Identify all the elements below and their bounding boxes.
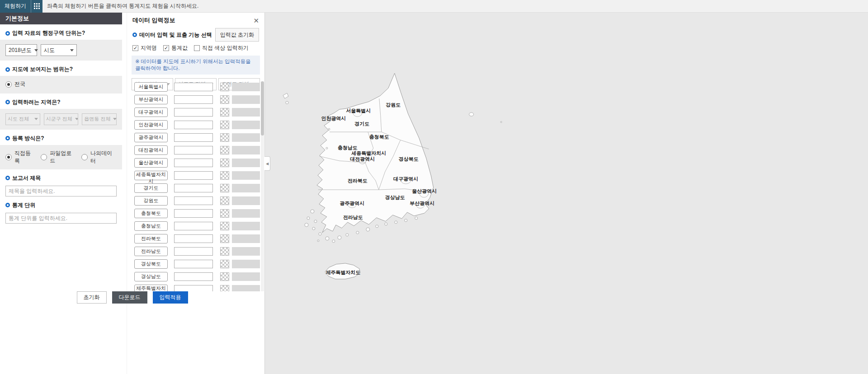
region-name-button[interactable]: 세종특별자치시: [134, 171, 168, 180]
region-row: 제주특별자치도: [127, 285, 260, 291]
region-color-swatch[interactable]: [220, 121, 229, 129]
region-value-input[interactable]: [174, 146, 213, 154]
region-color-swatch[interactable]: [220, 95, 229, 104]
map-area[interactable]: 강원도서울특별시인천광역시경기도충청북도충청남도세종특별자치시대전광역시경상북도…: [264, 13, 868, 374]
dropdown-label: 읍면동 전체: [84, 116, 110, 122]
region-value-input[interactable]: [174, 272, 213, 281]
region-value-input[interactable]: [174, 260, 213, 268]
region-name-button[interactable]: 대전광역시: [134, 145, 168, 155]
region-value-input[interactable]: [174, 196, 213, 205]
region-color-swatch[interactable]: [220, 247, 229, 256]
region-row: 울산광역시: [127, 158, 260, 168]
region-name-button[interactable]: 대구광역시: [134, 108, 168, 117]
region-name-button[interactable]: 제주특별자치도: [134, 285, 168, 291]
island: [317, 240, 319, 242]
region-name-button[interactable]: 경기도: [134, 183, 168, 193]
region-name-button[interactable]: 경상남도: [134, 272, 168, 281]
register-method-radio[interactable]: 파일업로드: [41, 150, 76, 165]
region-color-swatch[interactable]: [220, 171, 229, 180]
region-value-input[interactable]: [174, 95, 213, 104]
register-method-radio[interactable]: 직접등록: [5, 150, 35, 165]
region-value-input[interactable]: [174, 222, 213, 230]
close-icon[interactable]: ✕: [253, 17, 259, 24]
region-value-input[interactable]: [174, 121, 213, 129]
region-value-input[interactable]: [174, 285, 213, 291]
topbar: 체험하기 좌측의 체험하기 버튼을 클릭하여 통계지도 체험을 시작하세요.: [0, 0, 868, 13]
region-color-swatch[interactable]: [220, 234, 229, 243]
target-region-selects: 시도 전체시군구 전체읍면동 전체: [0, 109, 122, 130]
display-option-checkbox[interactable]: ✓지역명: [132, 44, 157, 52]
stat-unit-input[interactable]: [5, 213, 117, 224]
register-method-radio[interactable]: 나의데이터: [81, 150, 117, 165]
dokdo-island: [500, 122, 502, 123]
region-value-input[interactable]: [174, 108, 213, 117]
function-row: 데이터 입력 및 표출 기능 선택 입력값 초기화: [127, 25, 264, 43]
region-value-input[interactable]: [174, 184, 213, 192]
region-value-input[interactable]: [174, 209, 213, 218]
display-option-checkbox[interactable]: ✓통계값: [163, 44, 188, 52]
dropdown-select: 읍면동 전체: [82, 113, 117, 125]
region-value-input[interactable]: [174, 83, 213, 91]
display-option-checkbox[interactable]: 직접 색상 입력하기: [194, 44, 249, 52]
region-value-input[interactable]: [174, 171, 213, 180]
report-title-input[interactable]: [5, 186, 117, 196]
download-button[interactable]: 다운로드: [112, 291, 147, 304]
island: [326, 147, 328, 149]
region-name-button[interactable]: 울산광역시: [134, 158, 168, 168]
region-name-button[interactable]: 강원도: [134, 196, 168, 206]
region-color-swatch[interactable]: [220, 108, 229, 117]
region-value-input[interactable]: [174, 247, 213, 256]
island: [305, 223, 308, 227]
grid-menu-button[interactable]: [31, 0, 42, 13]
region-name-button[interactable]: 경상북도: [134, 259, 168, 269]
island: [312, 227, 315, 230]
region-color-swatch[interactable]: [220, 272, 229, 281]
topbar-message: 좌측의 체험하기 버튼을 클릭하여 통계지도 체험을 시작하세요.: [47, 2, 198, 10]
region-value-input[interactable]: [174, 234, 213, 243]
region-secondary-box: [232, 234, 260, 243]
region-color-swatch[interactable]: [220, 209, 229, 218]
reset-values-button[interactable]: 입력값 초기화: [215, 28, 259, 42]
region-name-button[interactable]: 전라남도: [134, 247, 168, 256]
region-name-button[interactable]: 충청남도: [134, 221, 168, 231]
year-select[interactable]: 2018년도: [5, 44, 37, 56]
region-secondary-box: [232, 222, 260, 230]
scrollbar-thumb[interactable]: [261, 81, 264, 136]
region-color-swatch[interactable]: [220, 184, 229, 192]
panel-collapse-handle[interactable]: ◀: [264, 156, 270, 171]
admin-level-select[interactable]: 시도: [41, 44, 77, 56]
checkbox-checked-icon: ✓: [132, 45, 138, 51]
region-row: 세종특별자치시: [127, 171, 260, 180]
reset-button[interactable]: 초기화: [77, 291, 107, 304]
region-color-swatch[interactable]: [220, 146, 229, 154]
try-button[interactable]: 체험하기: [0, 0, 42, 13]
map-label: 충청북도: [369, 134, 389, 140]
region-list-scrollbar[interactable]: [261, 81, 264, 291]
checkbox-label: 통계값: [171, 44, 188, 52]
region-value-input[interactable]: [174, 159, 213, 167]
region-name-button[interactable]: 서울특별시: [134, 82, 168, 92]
region-name-button[interactable]: 광주광역시: [134, 133, 168, 142]
admin-unit-band: 2018년도 시도: [0, 40, 122, 61]
region-value-input[interactable]: [174, 133, 213, 142]
region-color-swatch[interactable]: [220, 285, 229, 291]
map-label: 충청남도: [338, 145, 358, 150]
region-name-button[interactable]: 전라북도: [134, 234, 168, 243]
region-color-swatch[interactable]: [220, 260, 229, 268]
region-color-swatch[interactable]: [220, 83, 229, 91]
region-color-swatch[interactable]: [220, 133, 229, 142]
island: [332, 240, 335, 243]
region-secondary-box: [232, 184, 260, 192]
chevron-down-icon: [113, 118, 117, 120]
nationwide-radio[interactable]: 전국: [5, 80, 25, 88]
register-method-section-title: 등록 방식은?: [5, 135, 117, 142]
region-name-button[interactable]: 부산광역시: [134, 95, 168, 104]
region-color-swatch[interactable]: [220, 159, 229, 167]
region-row: 전라남도: [127, 247, 260, 256]
apply-button[interactable]: 입력적용: [153, 291, 188, 304]
region-name-button[interactable]: 충청북도: [134, 209, 168, 218]
region-name-button[interactable]: 인천광역시: [134, 120, 168, 130]
region-color-swatch[interactable]: [220, 222, 229, 230]
map-label: 강원도: [386, 102, 401, 108]
region-color-swatch[interactable]: [220, 196, 229, 205]
